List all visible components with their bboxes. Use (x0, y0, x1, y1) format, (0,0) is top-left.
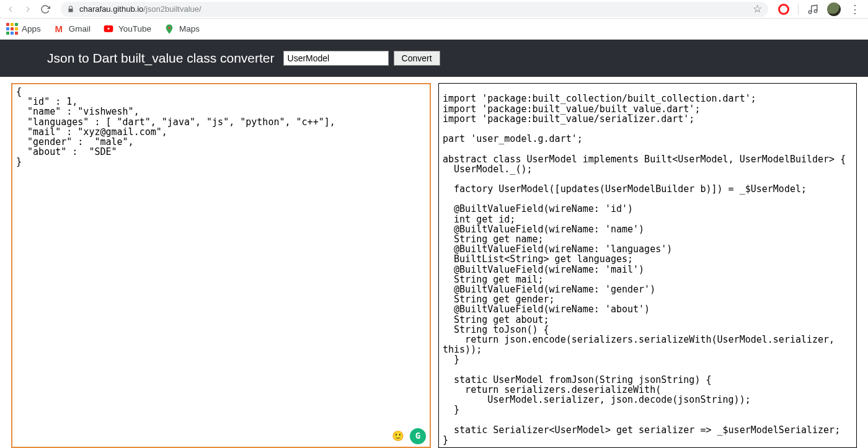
bookmark-label: Gmail (69, 24, 91, 33)
convert-button[interactable]: Convert (394, 51, 440, 66)
svg-point-0 (808, 11, 812, 14)
bookmark-youtube[interactable]: YouTube (103, 24, 151, 35)
gmail-icon: M (53, 24, 64, 35)
app-header: Json to Dart built_value class converter… (0, 40, 868, 77)
maps-icon (164, 24, 175, 35)
bookmark-apps[interactable]: Apps (6, 24, 41, 35)
workspace: { "id" : 1, "name" : "vishwesh", "langua… (0, 77, 868, 448)
url-path: /json2builtvalue/ (143, 4, 201, 14)
json-input-text: { "id" : 1, "name" : "vishwesh", "langua… (16, 86, 335, 167)
extension-icon[interactable] (778, 4, 789, 15)
profile-avatar[interactable] (827, 2, 841, 16)
youtube-icon (103, 24, 114, 35)
json-input-pane[interactable]: { "id" : 1, "name" : "vishwesh", "langua… (11, 83, 431, 448)
media-icon[interactable] (807, 4, 818, 15)
forward-button[interactable] (22, 4, 33, 15)
bookmark-label: Apps (22, 24, 41, 33)
browser-toolbar: charafau.github.io/json2builtvalue/ ☆ ⋮ (0, 0, 868, 19)
back-button[interactable] (5, 4, 16, 15)
toolbar-right: ⋮ (778, 2, 863, 16)
svg-point-4 (168, 26, 170, 29)
bookmark-label: YouTube (118, 24, 151, 33)
address-bar[interactable]: charafau.github.io/json2builtvalue/ ☆ (61, 2, 768, 17)
emoji-badge-icon[interactable]: 🙂 (390, 428, 406, 444)
grammarly-badge-icon[interactable]: G (410, 428, 426, 444)
dart-output-text: import 'dart:convert'; import 'package:b… (443, 83, 852, 445)
svg-point-1 (814, 9, 817, 12)
classname-input[interactable] (283, 51, 389, 66)
bookmark-gmail[interactable]: M Gmail (53, 24, 91, 35)
bookmark-maps[interactable]: Maps (164, 24, 200, 35)
url-text: charafau.github.io/json2builtvalue/ (79, 4, 748, 14)
bookmarks-bar: Apps M Gmail YouTube Maps (0, 19, 868, 40)
lock-icon (67, 6, 74, 13)
star-icon[interactable]: ☆ (753, 2, 762, 15)
bookmark-label: Maps (179, 24, 200, 33)
dart-output-pane[interactable]: import 'dart:convert'; import 'package:b… (438, 83, 857, 448)
url-host: charafau.github.io (79, 4, 143, 14)
reload-button[interactable] (40, 4, 51, 15)
app-title: Json to Dart built_value class converter (47, 51, 275, 66)
kebab-menu-icon[interactable]: ⋮ (849, 4, 861, 15)
assist-badges: 🙂 G (390, 428, 426, 444)
apps-grid-icon (6, 24, 17, 35)
